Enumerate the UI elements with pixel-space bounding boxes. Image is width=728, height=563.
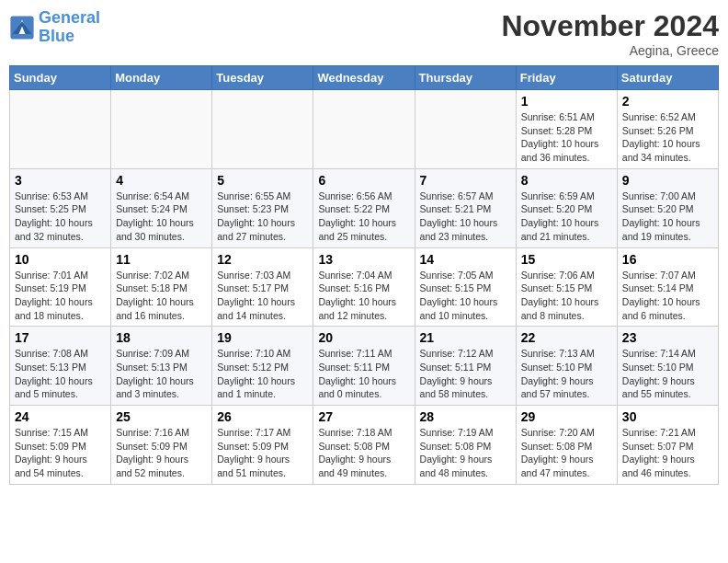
day-info: Sunrise: 7:18 AM Sunset: 5:08 PM Dayligh… xyxy=(318,426,409,480)
logo: General Blue xyxy=(9,9,100,46)
day-info: Sunrise: 6:57 AM Sunset: 5:21 PM Dayligh… xyxy=(420,190,511,244)
day-number: 29 xyxy=(521,409,612,424)
day-number: 11 xyxy=(116,252,207,267)
calendar-cell: 18Sunrise: 7:09 AM Sunset: 5:13 PM Dayli… xyxy=(111,327,212,406)
day-info: Sunrise: 6:54 AM Sunset: 5:24 PM Dayligh… xyxy=(116,190,207,244)
day-number: 1 xyxy=(521,94,612,109)
calendar-week-5: 24Sunrise: 7:15 AM Sunset: 5:09 PM Dayli… xyxy=(10,406,719,485)
day-number: 13 xyxy=(318,252,409,267)
calendar-cell xyxy=(10,90,111,169)
day-info: Sunrise: 7:13 AM Sunset: 5:10 PM Dayligh… xyxy=(521,347,612,401)
day-info: Sunrise: 7:19 AM Sunset: 5:08 PM Dayligh… xyxy=(420,426,511,480)
day-number: 18 xyxy=(116,330,207,345)
day-info: Sunrise: 6:55 AM Sunset: 5:23 PM Dayligh… xyxy=(217,190,308,244)
weekday-header-sunday: Sunday xyxy=(10,66,111,90)
calendar-cell xyxy=(415,90,516,169)
day-info: Sunrise: 7:01 AM Sunset: 5:19 PM Dayligh… xyxy=(15,269,106,323)
day-number: 17 xyxy=(15,330,106,345)
day-info: Sunrise: 7:17 AM Sunset: 5:09 PM Dayligh… xyxy=(217,426,308,480)
day-number: 8 xyxy=(521,173,612,188)
calendar-cell: 21Sunrise: 7:12 AM Sunset: 5:11 PM Dayli… xyxy=(415,327,516,406)
page-header: General Blue November 2024 Aegina, Greec… xyxy=(9,9,719,58)
weekday-header-saturday: Saturday xyxy=(617,66,718,90)
calendar-cell xyxy=(313,90,415,169)
calendar-cell: 12Sunrise: 7:03 AM Sunset: 5:17 PM Dayli… xyxy=(212,247,313,327)
calendar-cell: 20Sunrise: 7:11 AM Sunset: 5:11 PM Dayli… xyxy=(313,327,415,406)
month-title: November 2024 xyxy=(501,9,719,43)
calendar-cell: 10Sunrise: 7:01 AM Sunset: 5:19 PM Dayli… xyxy=(10,247,111,327)
calendar-table: SundayMondayTuesdayWednesdayThursdayFrid… xyxy=(9,65,719,485)
day-number: 21 xyxy=(420,330,511,345)
day-info: Sunrise: 7:05 AM Sunset: 5:15 PM Dayligh… xyxy=(420,269,511,323)
day-number: 5 xyxy=(217,173,308,188)
calendar-week-1: 1Sunrise: 6:51 AM Sunset: 5:28 PM Daylig… xyxy=(10,90,719,169)
day-number: 26 xyxy=(217,409,308,424)
weekday-header-tuesday: Tuesday xyxy=(212,66,313,90)
day-number: 25 xyxy=(116,409,207,424)
day-number: 12 xyxy=(217,252,308,267)
day-info: Sunrise: 7:15 AM Sunset: 5:09 PM Dayligh… xyxy=(15,426,106,480)
calendar-cell: 9Sunrise: 7:00 AM Sunset: 5:20 PM Daylig… xyxy=(617,168,718,247)
day-info: Sunrise: 7:02 AM Sunset: 5:18 PM Dayligh… xyxy=(116,269,207,323)
calendar-cell: 24Sunrise: 7:15 AM Sunset: 5:09 PM Dayli… xyxy=(10,406,111,485)
weekday-header-wednesday: Wednesday xyxy=(313,66,415,90)
day-info: Sunrise: 7:11 AM Sunset: 5:11 PM Dayligh… xyxy=(318,347,409,401)
weekday-header-row: SundayMondayTuesdayWednesdayThursdayFrid… xyxy=(10,66,719,90)
calendar-cell: 3Sunrise: 6:53 AM Sunset: 5:25 PM Daylig… xyxy=(10,168,111,247)
calendar-cell: 29Sunrise: 7:20 AM Sunset: 5:08 PM Dayli… xyxy=(516,406,617,485)
day-number: 3 xyxy=(15,173,106,188)
day-info: Sunrise: 6:52 AM Sunset: 5:26 PM Dayligh… xyxy=(622,110,713,165)
calendar-body: 1Sunrise: 6:51 AM Sunset: 5:28 PM Daylig… xyxy=(10,90,719,485)
title-block: November 2024 Aegina, Greece xyxy=(501,9,719,58)
logo-text: General Blue xyxy=(39,9,100,46)
calendar-cell: 1Sunrise: 6:51 AM Sunset: 5:28 PM Daylig… xyxy=(516,90,617,169)
day-number: 7 xyxy=(420,173,511,188)
calendar-week-4: 17Sunrise: 7:08 AM Sunset: 5:13 PM Dayli… xyxy=(10,327,719,406)
calendar-week-2: 3Sunrise: 6:53 AM Sunset: 5:25 PM Daylig… xyxy=(10,168,719,247)
day-number: 28 xyxy=(420,409,511,424)
logo-icon xyxy=(9,15,35,40)
day-number: 30 xyxy=(622,409,713,424)
day-number: 19 xyxy=(217,330,308,345)
day-number: 27 xyxy=(318,409,409,424)
calendar-cell: 15Sunrise: 7:06 AM Sunset: 5:15 PM Dayli… xyxy=(516,247,617,327)
calendar-cell: 25Sunrise: 7:16 AM Sunset: 5:09 PM Dayli… xyxy=(111,406,212,485)
day-number: 10 xyxy=(15,252,106,267)
calendar-cell: 2Sunrise: 6:52 AM Sunset: 5:26 PM Daylig… xyxy=(617,90,718,169)
day-number: 24 xyxy=(15,409,106,424)
day-info: Sunrise: 6:51 AM Sunset: 5:28 PM Dayligh… xyxy=(521,110,612,165)
logo-line2: Blue xyxy=(39,27,74,45)
calendar-cell: 27Sunrise: 7:18 AM Sunset: 5:08 PM Dayli… xyxy=(313,406,415,485)
day-info: Sunrise: 7:09 AM Sunset: 5:13 PM Dayligh… xyxy=(116,347,207,401)
day-info: Sunrise: 6:53 AM Sunset: 5:25 PM Dayligh… xyxy=(15,190,106,244)
day-info: Sunrise: 6:59 AM Sunset: 5:20 PM Dayligh… xyxy=(521,190,612,244)
calendar-cell: 14Sunrise: 7:05 AM Sunset: 5:15 PM Dayli… xyxy=(415,247,516,327)
day-number: 22 xyxy=(521,330,612,345)
day-number: 20 xyxy=(318,330,409,345)
calendar-cell xyxy=(111,90,212,169)
calendar-cell xyxy=(212,90,313,169)
calendar-cell: 26Sunrise: 7:17 AM Sunset: 5:09 PM Dayli… xyxy=(212,406,313,485)
day-info: Sunrise: 7:00 AM Sunset: 5:20 PM Dayligh… xyxy=(622,190,713,244)
weekday-header-thursday: Thursday xyxy=(415,66,516,90)
weekday-header-friday: Friday xyxy=(516,66,617,90)
calendar-cell: 6Sunrise: 6:56 AM Sunset: 5:22 PM Daylig… xyxy=(313,168,415,247)
day-info: Sunrise: 7:21 AM Sunset: 5:07 PM Dayligh… xyxy=(622,426,713,480)
day-info: Sunrise: 7:14 AM Sunset: 5:10 PM Dayligh… xyxy=(622,347,713,401)
calendar-cell: 7Sunrise: 6:57 AM Sunset: 5:21 PM Daylig… xyxy=(415,168,516,247)
day-number: 4 xyxy=(116,173,207,188)
calendar-cell: 22Sunrise: 7:13 AM Sunset: 5:10 PM Dayli… xyxy=(516,327,617,406)
calendar-cell: 30Sunrise: 7:21 AM Sunset: 5:07 PM Dayli… xyxy=(617,406,718,485)
day-info: Sunrise: 7:08 AM Sunset: 5:13 PM Dayligh… xyxy=(15,347,106,401)
calendar-week-3: 10Sunrise: 7:01 AM Sunset: 5:19 PM Dayli… xyxy=(10,247,719,327)
day-info: Sunrise: 7:07 AM Sunset: 5:14 PM Dayligh… xyxy=(622,269,713,323)
day-number: 15 xyxy=(521,252,612,267)
calendar-cell: 11Sunrise: 7:02 AM Sunset: 5:18 PM Dayli… xyxy=(111,247,212,327)
calendar-cell: 17Sunrise: 7:08 AM Sunset: 5:13 PM Dayli… xyxy=(10,327,111,406)
day-info: Sunrise: 7:12 AM Sunset: 5:11 PM Dayligh… xyxy=(420,347,511,401)
calendar-cell: 4Sunrise: 6:54 AM Sunset: 5:24 PM Daylig… xyxy=(111,168,212,247)
day-number: 6 xyxy=(318,173,409,188)
calendar-cell: 8Sunrise: 6:59 AM Sunset: 5:20 PM Daylig… xyxy=(516,168,617,247)
day-info: Sunrise: 7:06 AM Sunset: 5:15 PM Dayligh… xyxy=(521,269,612,323)
calendar-cell: 23Sunrise: 7:14 AM Sunset: 5:10 PM Dayli… xyxy=(617,327,718,406)
